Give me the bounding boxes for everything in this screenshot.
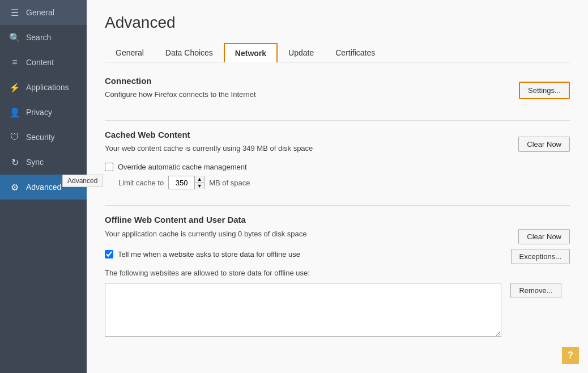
cached-web-content-section: Cached Web Content Your web content cach… (105, 130, 570, 189)
offline-action-buttons: Remove... (510, 283, 561, 298)
sidebar-label-applications: Applications (26, 83, 69, 92)
sidebar-item-general[interactable]: ☰ General (0, 0, 87, 25)
security-icon: 🛡 (9, 132, 20, 143)
offline-web-content-section: Offline Web Content and User Data Your a… (105, 215, 570, 339)
sync-icon: ↻ (9, 156, 20, 168)
sidebar-label-security: Security (26, 133, 55, 142)
applications-icon: ⚡ (9, 82, 20, 93)
override-cache-checkbox[interactable] (105, 163, 113, 171)
sidebar-item-search[interactable]: 🔍 Search (0, 25, 87, 50)
content-icon: ≡ (9, 57, 20, 68)
page-title: Advanced (105, 14, 570, 32)
main-content: Advanced General Data Choices Network Up… (87, 0, 588, 373)
tell-me-checkbox[interactable] (105, 250, 113, 258)
privacy-icon: 👤 (9, 107, 20, 118)
tab-data-choices[interactable]: Data Choices (155, 43, 224, 62)
sidebar-item-security[interactable]: 🛡 Security (0, 125, 87, 150)
tabs-container: General Data Choices Network Update Cert… (105, 43, 570, 62)
sidebar-item-sync[interactable]: ↻ Sync (0, 150, 87, 175)
connection-section: Connection Configure how Firefox connect… (105, 76, 570, 104)
sidebar-item-privacy[interactable]: 👤 Privacy (0, 100, 87, 125)
sidebar-label-general: General (26, 8, 54, 17)
advanced-icon: ⚙ (9, 181, 20, 193)
connection-desc: Configure how Firefox connects to the In… (105, 90, 256, 99)
tab-certificates[interactable]: Certificates (325, 43, 386, 62)
remove-button[interactable]: Remove... (510, 283, 561, 298)
general-icon: ☰ (9, 7, 20, 18)
following-label: The following websites are allowed to st… (105, 269, 570, 277)
sidebar-label-sync: Sync (26, 158, 44, 167)
connection-info: Connection Configure how Firefox connect… (105, 76, 256, 104)
cache-spinners: ▲ ▼ (194, 176, 204, 189)
sidebar-label-advanced: Advanced (26, 183, 61, 192)
search-icon: 🔍 (9, 32, 20, 43)
cache-value-input[interactable] (169, 179, 194, 187)
limit-cache-unit: MB of space (209, 179, 250, 187)
sidebar-label-search: Search (26, 33, 51, 42)
exceptions-button[interactable]: Exceptions... (511, 249, 570, 264)
tab-update[interactable]: Update (278, 43, 325, 62)
tell-me-row: Tell me when a website asks to store dat… (105, 250, 300, 258)
sidebar-label-privacy: Privacy (26, 108, 52, 117)
tell-me-label: Tell me when a website asks to store dat… (118, 250, 300, 258)
offline-website-list[interactable] (105, 283, 501, 337)
settings-button[interactable]: Settings... (519, 82, 570, 99)
connection-title: Connection (105, 76, 256, 86)
offline-title: Offline Web Content and User Data (105, 215, 570, 224)
override-cache-row: Override automatic cache management (105, 163, 570, 171)
cache-input-wrapper: ▲ ▼ (168, 176, 204, 189)
cache-spin-down[interactable]: ▼ (195, 183, 204, 190)
sidebar: ☰ General 🔍 Search ≡ Content ⚡ Applicati… (0, 0, 87, 373)
limit-cache-row: Limit cache to ▲ ▼ MB of space (118, 176, 570, 189)
cached-clear-now-button[interactable]: Clear Now (518, 137, 570, 152)
advanced-tooltip: Advanced (62, 175, 103, 187)
tab-general[interactable]: General (105, 43, 155, 62)
cached-info: Cached Web Content Your web content cach… (105, 130, 313, 158)
help-button[interactable]: ? (562, 347, 579, 364)
offline-desc: Your application cache is currently usin… (105, 230, 307, 238)
cached-desc: Your web content cache is currently usin… (105, 144, 313, 152)
override-cache-label: Override automatic cache management (118, 163, 247, 171)
cached-title: Cached Web Content (105, 130, 313, 139)
offline-clear-now-button[interactable]: Clear Now (518, 229, 570, 244)
sidebar-item-applications[interactable]: ⚡ Applications (0, 75, 87, 100)
cache-spin-up[interactable]: ▲ (195, 176, 204, 183)
sidebar-label-content: Content (26, 58, 54, 67)
sidebar-item-content[interactable]: ≡ Content (0, 50, 87, 75)
limit-cache-label: Limit cache to (118, 179, 164, 187)
tab-network[interactable]: Network (224, 43, 278, 62)
